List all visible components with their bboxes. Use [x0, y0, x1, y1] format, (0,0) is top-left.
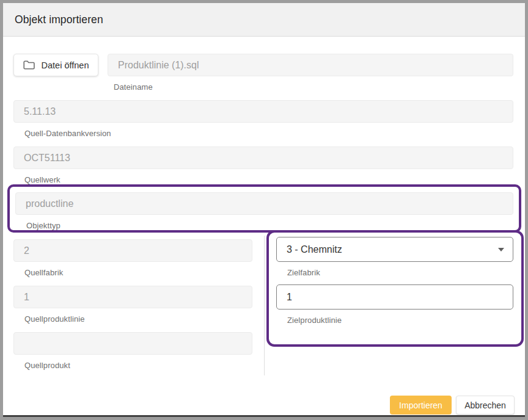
open-file-button[interactable]: Datei öffnen	[13, 54, 98, 76]
import-button[interactable]: Importieren	[390, 396, 452, 415]
quell-datenbankversion-label: Quell-Datenbankversion	[24, 129, 111, 138]
zielfabrik-select[interactable]: 3 - Chemnitz	[276, 237, 513, 262]
objekttyp-field	[15, 192, 513, 215]
quellproduktlinie-label: Quellproduktlinie	[24, 314, 85, 324]
quellprodukt-label: Quellprodukt	[24, 361, 70, 370]
dateiname-field	[108, 54, 513, 76]
dateiname-label: Dateiname	[114, 82, 153, 92]
dialog-title: Objekt importieren	[15, 3, 103, 36]
quellwerk-field	[13, 147, 513, 169]
quellfabrik-label: Quellfabrik	[24, 268, 63, 277]
caret-down-icon	[498, 248, 504, 252]
dialog-header: Objekt importieren	[3, 3, 525, 37]
quellfabrik-field	[13, 239, 252, 262]
zielproduktlinie-field[interactable]	[276, 284, 513, 310]
quell-datenbankversion-field	[13, 100, 513, 123]
quellprodukt-field	[13, 332, 252, 355]
quellproduktlinie-field	[13, 286, 252, 308]
folder-icon	[23, 60, 35, 70]
zielfabrik-label: Zielfabrik	[287, 268, 320, 277]
import-object-dialog: Objekt importieren Datei öffnen Dateinam…	[3, 3, 525, 415]
quellwerk-label: Quellwerk	[24, 175, 61, 184]
column-divider	[264, 236, 265, 375]
window-frame: Objekt importieren Datei öffnen Dateinam…	[0, 0, 528, 420]
zielfabrik-selected-value: 3 - Chemnitz	[287, 244, 342, 255]
objekttyp-label: Objekttyp	[26, 221, 61, 230]
zielproduktlinie-label: Zielproduktlinie	[287, 316, 342, 325]
open-file-button-label: Datei öffnen	[42, 60, 89, 70]
cancel-button[interactable]: Abbrechen	[456, 396, 515, 415]
